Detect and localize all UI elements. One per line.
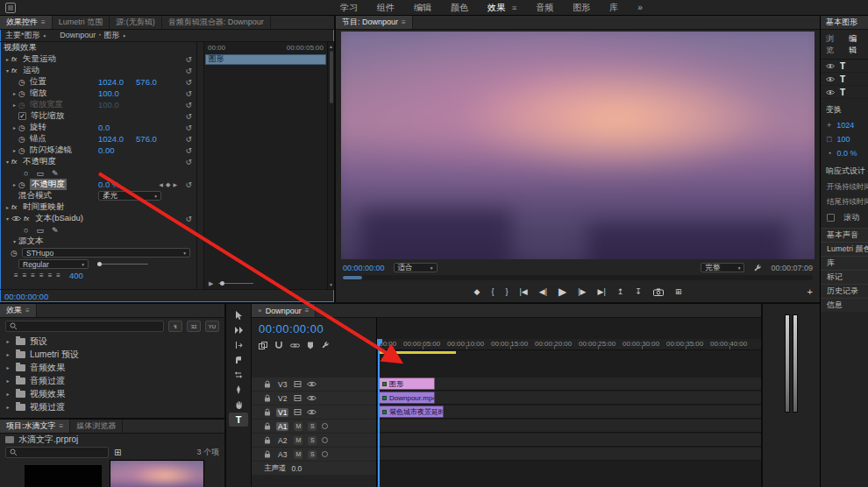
track-lock-icon[interactable] (264, 380, 271, 388)
mask-ellipse-icon[interactable]: ○ (24, 226, 28, 235)
mute-button[interactable]: M (294, 450, 302, 459)
eg-tab-browse[interactable]: 浏览 (826, 33, 840, 56)
stopwatch-icon[interactable]: ◷ (18, 135, 30, 144)
position-x-value[interactable]: 1024.0 (98, 77, 124, 87)
stopwatch-icon[interactable]: ◷ (11, 249, 22, 258)
monitor-settings-wrench-icon[interactable] (753, 264, 762, 272)
text-align-right-icon[interactable]: ≡ (31, 272, 35, 279)
font-size-value[interactable]: 400 (69, 271, 83, 280)
reset-parameter-icon[interactable]: ↺ (185, 146, 192, 155)
lane-a3[interactable] (377, 448, 761, 461)
comparison-view-button[interactable]: ⊞ (675, 287, 682, 296)
type-tool-button[interactable]: T (229, 413, 248, 427)
track-target-a2[interactable]: A2 (276, 436, 288, 445)
layer-visibility-eye-icon[interactable] (826, 76, 835, 82)
track-target-v2[interactable]: V2 (276, 394, 288, 403)
program-video-preview[interactable] (341, 32, 815, 259)
fx-badge-icon[interactable]: fx (11, 158, 23, 166)
anchor-y-value[interactable]: 576.0 (136, 134, 157, 144)
lane-a2[interactable] (377, 434, 761, 447)
mask-pen-icon[interactable]: ✎ (52, 226, 59, 235)
add-marker-button[interactable]: ◆ (474, 287, 480, 296)
voiceover-record-button[interactable] (322, 423, 328, 429)
fx-badge-icon[interactable]: fx (11, 55, 23, 63)
clip-purple-city-video[interactable]: 紫色城市夜景延时摄影 (379, 406, 444, 418)
reset-effect-icon[interactable]: ↺ (185, 67, 192, 75)
track-target-v1[interactable]: V1 (276, 408, 288, 417)
scale-value[interactable]: 100.0 (98, 88, 119, 98)
stopwatch-icon[interactable]: ◷ (18, 180, 30, 189)
linked-selection-icon[interactable] (290, 342, 300, 349)
twirl-closed-icon[interactable]: ▸ (4, 364, 11, 371)
twirl-closed-icon[interactable]: ▸ (11, 90, 18, 96)
stopwatch-icon[interactable]: ◷ (18, 78, 30, 87)
track-select-tool-button[interactable] (229, 323, 248, 337)
blend-mode-dropdown[interactable]: 柔光▾ (98, 191, 161, 201)
reset-effect-icon[interactable]: ↺ (185, 158, 192, 166)
effect-row-text[interactable]: ▾fx文本(bSaidu)↺ (0, 213, 196, 224)
track-lock-icon[interactable] (264, 408, 271, 416)
eg-opacity-value[interactable]: 0.0 % (836, 149, 857, 158)
timeline-playhead-timecode[interactable]: 00:00:00:00 (252, 318, 376, 339)
solo-button[interactable]: S (308, 422, 317, 431)
voiceover-record-button[interactable] (322, 437, 328, 443)
scroll-down-icon[interactable]: ▼ (329, 282, 333, 287)
stopwatch-icon[interactable]: ◷ (18, 101, 30, 109)
mask-pen-icon[interactable]: ✎ (52, 169, 59, 178)
workspace-tab-color[interactable]: 颜色 (451, 2, 468, 14)
workspace-menu-icon[interactable]: ≡ (512, 4, 516, 12)
track-lock-icon[interactable] (264, 450, 271, 458)
step-forward-button[interactable]: |▶ (578, 287, 586, 296)
mask-rect-icon[interactable]: ▭ (36, 169, 44, 178)
twirl-closed-icon[interactable]: ▸ (11, 124, 18, 131)
mark-out-button[interactable]: } (505, 287, 508, 296)
timeline-settings-wrench-icon[interactable] (321, 341, 330, 349)
timeline-ruler[interactable]: :00:00 00:00:05:00 00:00:10:00 00:00:15:… (377, 339, 761, 350)
close-icon[interactable]: × (258, 307, 262, 314)
twirl-closed-icon[interactable]: ▸ (11, 181, 18, 187)
panel-menu-icon[interactable]: ≡ (402, 18, 406, 26)
mark-in-button[interactable]: { (491, 287, 494, 296)
eg-layer-row[interactable]: T (821, 86, 868, 99)
eg-tab-edit[interactable]: 编辑 (849, 33, 863, 56)
mini-timeline-clip-bar[interactable]: 图形 (205, 54, 326, 65)
workspace-tab-libraries[interactable]: 库 (609, 2, 618, 14)
panel-menu-icon[interactable]: ≡ (305, 307, 309, 314)
tab-project[interactable]: 项目:水滴文字≡ (0, 420, 70, 433)
fx-badge-icon[interactable]: fx (11, 203, 23, 211)
twirl-closed-icon[interactable]: ▸ (4, 338, 11, 344)
sync-lock-icon[interactable] (294, 394, 302, 402)
ecw-scrollbar[interactable]: ▲ ▼ (327, 42, 334, 289)
track-target-a1[interactable]: A1 (276, 422, 288, 431)
twirl-closed-icon[interactable]: ▸ (4, 204, 11, 210)
text-justify-icon[interactable]: ≡ (56, 272, 60, 279)
stopwatch-icon[interactable]: ◷ (18, 124, 30, 132)
program-scrollbar[interactable] (343, 275, 813, 280)
layer-visibility-eye-icon[interactable] (826, 89, 835, 95)
track-lock-icon[interactable] (264, 394, 271, 402)
previous-keyframe-icon[interactable]: ◀ (159, 181, 163, 187)
twirl-closed-icon[interactable]: ▸ (4, 56, 11, 62)
panel-menu-icon[interactable]: ≡ (25, 307, 30, 314)
reset-parameter-icon[interactable]: ↺ (185, 101, 192, 109)
tab-media-browser[interactable]: 媒体浏览器 (70, 420, 123, 433)
clip-downpour-mp4[interactable]: Downpour.mp4 (379, 392, 435, 404)
antiflicker-value[interactable]: 0.00 (98, 145, 115, 155)
effects-bin-audio-transitions[interactable]: ▸音频过渡 (0, 374, 224, 387)
extract-button[interactable]: ↧ (635, 287, 642, 296)
eg-layer-row[interactable]: T (821, 60, 868, 73)
solo-button[interactable]: S (308, 436, 317, 445)
panel-menu-icon[interactable]: ≡ (41, 18, 46, 26)
effect-visibility-eye-icon[interactable] (11, 215, 21, 222)
master-clip-selector[interactable]: 主要*图形▾ (5, 30, 46, 41)
master-level-value[interactable]: 0.0 (292, 464, 302, 473)
scroll-up-icon[interactable]: ▲ (329, 44, 333, 49)
play-indicator-icon[interactable]: ▶ (209, 280, 213, 287)
reset-effect-icon[interactable]: ↺ (185, 215, 192, 223)
tab-lumetri-scopes[interactable]: Lumetri 范围 (53, 16, 110, 29)
reset-parameter-icon[interactable]: ↺ (185, 124, 192, 132)
workspace-tab-graphics[interactable]: 图形 (573, 2, 590, 14)
tab-lumetri-color[interactable]: Lumetri 颜色 (821, 242, 868, 256)
slip-tool-button[interactable] (229, 368, 248, 382)
playback-resolution-dropdown[interactable]: 完整▾ (701, 263, 744, 272)
